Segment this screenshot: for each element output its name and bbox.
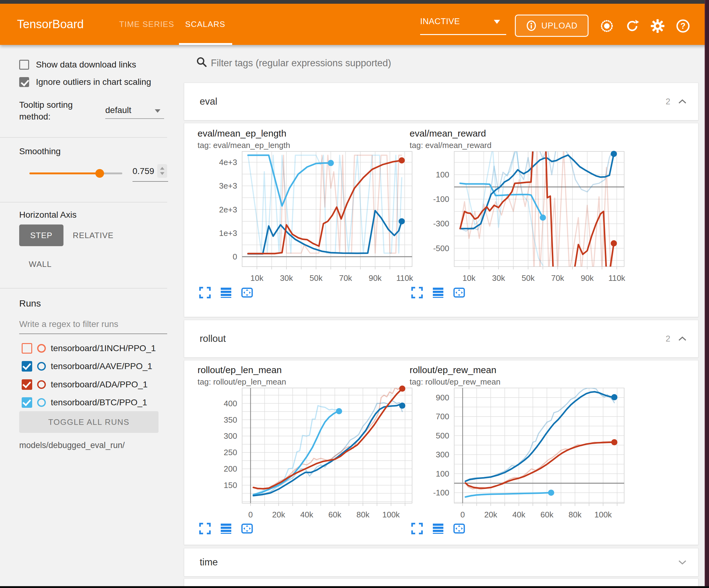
svg-text:70k: 70k [551, 274, 564, 283]
chevron-up-icon[interactable] [678, 83, 687, 120]
ignore-outliers-checkbox[interactable] [19, 77, 29, 87]
smoothing-value[interactable]: 0.759 [132, 166, 154, 176]
ignore-outliers-label: Ignore outliers in chart scaling [36, 77, 151, 87]
svg-text:100: 100 [436, 170, 449, 179]
refresh-icon[interactable] [625, 19, 640, 33]
expand-chart-icon[interactable] [411, 523, 423, 534]
horizontal-axis-label: Horizontal Axis [19, 210, 77, 220]
axis-step-button[interactable]: STEP [19, 225, 63, 246]
runs-filter-input[interactable] [19, 317, 167, 334]
app-title: TensorBoard [17, 4, 84, 45]
svg-text:80k: 80k [357, 510, 370, 519]
svg-text:-500: -500 [433, 244, 449, 253]
section-title: time [200, 548, 218, 576]
tab-scalars[interactable]: SCALARS [185, 4, 226, 45]
tab-time-series[interactable]: TIME SERIES [119, 4, 174, 45]
chart-rollout-ep-len-mean: rollout/ep_len_mean tag: rollout/ep_len_… [198, 365, 414, 387]
active-tab-underline [179, 43, 232, 45]
svg-text:20k: 20k [272, 510, 286, 519]
svg-text:30k: 30k [492, 274, 505, 283]
smoothing-slider-thumb[interactable] [95, 169, 104, 178]
settings-sidebar: Show data download links Ignore outliers… [0, 45, 174, 586]
run-checkbox-1inch[interactable] [22, 343, 32, 354]
run-label: tensorboard/AAVE/PPO_1 [51, 361, 152, 371]
svg-text:100: 100 [436, 469, 449, 478]
show-download-links-label: Show data download links [36, 60, 136, 70]
search-icon [196, 57, 207, 67]
app-header: TensorBoard TIME SERIES SCALARS INACTIVE… [0, 4, 709, 45]
svg-text:250: 250 [224, 448, 237, 457]
section-header-rollout[interactable]: rollout 2 [184, 320, 699, 358]
run-label: tensorboard/1INCH/PPO_1 [51, 343, 156, 353]
svg-text:0: 0 [248, 510, 253, 519]
svg-text:50k: 50k [310, 274, 323, 283]
fit-domain-icon[interactable] [453, 287, 465, 299]
expand-chart-icon[interactable] [411, 287, 423, 299]
upload-button[interactable]: UPLOAD [515, 15, 588, 37]
chart-title: eval/mean_reward [410, 128, 626, 139]
svg-text:80k: 80k [569, 510, 582, 519]
tag-filter-row [184, 54, 699, 76]
section-header-eval[interactable]: eval 2 [184, 83, 699, 121]
smoothing-stepper[interactable] [157, 164, 167, 178]
svg-text:70k: 70k [339, 274, 352, 283]
toggle-all-runs-button[interactable]: TOGGLE ALL RUNS [19, 411, 159, 433]
run-label: tensorboard/ADA/PPO_1 [51, 380, 148, 389]
svg-text:3e+3: 3e+3 [219, 181, 237, 190]
section-header-partial [184, 579, 699, 586]
fit-domain-icon[interactable] [241, 523, 253, 534]
divider [0, 202, 167, 203]
run-radio-btc[interactable] [37, 398, 46, 407]
chevron-down-icon [155, 109, 160, 113]
run-checkbox-btc[interactable] [22, 397, 32, 408]
runs-selector-icon[interactable] [432, 523, 444, 534]
section-header-time[interactable]: time [184, 548, 699, 577]
axis-wall-button[interactable]: WALL [23, 254, 57, 274]
svg-text:90k: 90k [581, 274, 594, 283]
help-icon[interactable]: ? [676, 19, 690, 33]
expand-chart-icon[interactable] [199, 287, 211, 299]
smoothing-slider[interactable] [29, 173, 122, 174]
axis-relative-button[interactable]: RELATIVE [71, 225, 116, 246]
chart-plot[interactable]: 10k30k50k70k90k110k01e+32e+33e+34e+3 [198, 148, 414, 289]
runs-base-path: models/debugged_eval_run/ [19, 441, 125, 450]
chart-plot[interactable]: 020k40k60k80k100k900700500300100-100 [410, 385, 626, 526]
chevron-up-icon[interactable] [678, 320, 687, 357]
fit-domain-icon[interactable] [453, 523, 465, 534]
svg-text:-100: -100 [433, 195, 449, 204]
svg-text:100k: 100k [595, 510, 612, 519]
show-download-links-checkbox[interactable] [19, 60, 29, 70]
run-radio-aave[interactable] [37, 362, 46, 370]
svg-text:150: 150 [224, 481, 237, 490]
show-download-links-row: Show data download links [19, 60, 136, 70]
runs-selector-icon[interactable] [220, 287, 232, 299]
settings-gear-icon[interactable] [650, 19, 665, 33]
brightness-icon[interactable] [599, 19, 614, 33]
svg-text:-100: -100 [433, 488, 449, 497]
expand-chart-icon[interactable] [199, 523, 211, 534]
run-row: tensorboard/BTC/PPO_1 [22, 397, 147, 409]
smoothing-label: Smoothing [19, 147, 61, 156]
svg-text:60k: 60k [540, 510, 554, 519]
svg-text:350: 350 [224, 415, 237, 425]
run-row: tensorboard/ADA/PPO_1 [22, 378, 148, 391]
runs-selector-icon[interactable] [220, 523, 232, 534]
chart-eval-mean-ep-length: eval/mean_ep_length tag: eval/mean_ep_le… [198, 128, 414, 150]
chevron-down-icon[interactable] [678, 548, 687, 576]
svg-text:50k: 50k [522, 274, 535, 283]
section-chart-count: 2 [666, 320, 670, 357]
run-radio-1inch[interactable] [37, 344, 46, 353]
run-radio-ada[interactable] [37, 380, 46, 389]
run-checkbox-ada[interactable] [22, 379, 32, 390]
tag-filter-input[interactable] [210, 57, 693, 69]
info-icon [526, 20, 537, 31]
chart-plot[interactable]: 10k30k50k70k90k110k100-100-300-500 [410, 148, 626, 289]
svg-text:0: 0 [461, 510, 465, 519]
svg-text:20k: 20k [484, 510, 498, 519]
fit-domain-icon[interactable] [241, 287, 253, 299]
chart-plot[interactable]: 020k40k60k80k100k150200250300350400 [198, 385, 414, 526]
run-checkbox-aave[interactable] [22, 361, 32, 372]
runs-selector-icon[interactable] [432, 287, 444, 299]
svg-text:100k: 100k [383, 510, 400, 519]
smoothing-underline [132, 181, 168, 182]
